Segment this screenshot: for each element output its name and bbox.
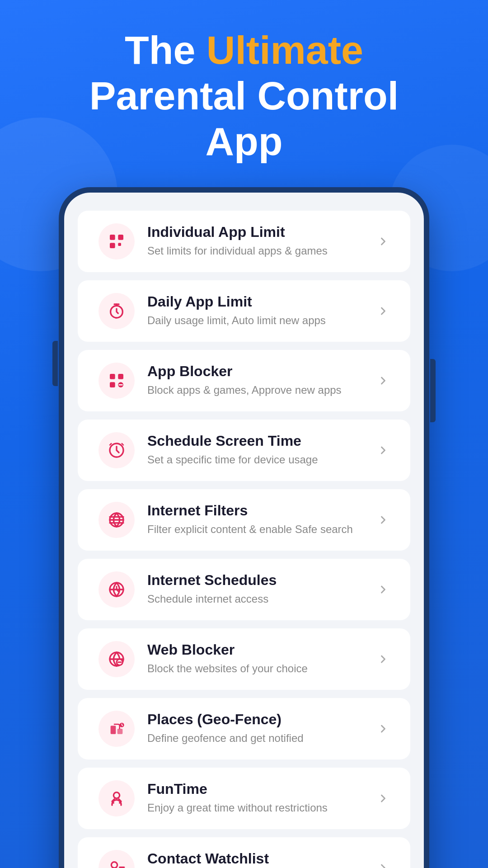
list-item[interactable]: App Blocker Block apps & games, Approve …: [78, 350, 410, 411]
chevron-right-icon: [377, 235, 389, 248]
svg-rect-2: [110, 243, 115, 248]
menu-list: Individual App Limit Set limits for indi…: [64, 211, 424, 868]
svg-rect-16: [111, 726, 116, 734]
contact-watchlist-icon: [108, 859, 126, 868]
menu-item-title: Internet Filters: [147, 502, 372, 519]
chevron-right-icon: [377, 374, 389, 387]
list-item[interactable]: Internet Filters Filter explicit content…: [78, 489, 410, 551]
header: The Ultimate Parental Control App: [53, 0, 435, 187]
menu-item-desc: Block apps & games, Approve new apps: [147, 382, 372, 398]
phone-mockup: Individual App Limit Set limits for indi…: [59, 187, 429, 868]
icon-wrapper: [99, 850, 135, 868]
menu-text: Daily App Limit Daily usage limit, Auto …: [147, 293, 372, 328]
menu-item-title: Daily App Limit: [147, 293, 372, 310]
menu-item-desc: Block the websites of your choice: [147, 661, 372, 676]
background: The Ultimate Parental Control App: [0, 0, 488, 868]
chevron-right-icon: [377, 722, 389, 735]
icon-wrapper: [99, 223, 135, 259]
header-line2: Parental Control: [89, 73, 399, 118]
menu-item-title: App Blocker: [147, 363, 372, 380]
schedule-clock-icon: [108, 441, 126, 459]
icon-wrapper: [99, 502, 135, 538]
menu-item-desc: Daily usage limit, Auto limit new apps: [147, 313, 372, 328]
menu-text: Places (Geo-Fence) Define geofence and g…: [147, 711, 372, 746]
phone-inner: Individual App Limit Set limits for indi…: [64, 193, 424, 868]
chevron-right-icon: [377, 583, 389, 596]
menu-item-title: Individual App Limit: [147, 224, 372, 241]
svg-point-19: [113, 792, 119, 798]
svg-rect-0: [110, 235, 115, 240]
svg-rect-3: [118, 243, 121, 246]
geofence-icon: [108, 720, 126, 738]
header-line1: The: [125, 28, 206, 72]
menu-text: Internet Filters Filter explicit content…: [147, 502, 372, 537]
menu-item-desc: Enjoy a great time without restrictions: [147, 800, 372, 816]
menu-item-title: Schedule Screen Time: [147, 433, 372, 449]
menu-item-title: FunTime: [147, 781, 372, 797]
list-item[interactable]: Places (Geo-Fence) Define geofence and g…: [78, 698, 410, 760]
internet-schedule-icon: [108, 580, 126, 599]
icon-wrapper: [99, 363, 135, 399]
menu-item-title: Contact Watchlist: [147, 850, 372, 867]
chevron-right-icon: [377, 305, 389, 317]
chevron-right-icon: [377, 514, 389, 526]
menu-item-title: Web Blocker: [147, 642, 372, 658]
icon-wrapper: [99, 293, 135, 329]
icon-wrapper: [99, 780, 135, 816]
icon-wrapper: [99, 432, 135, 468]
menu-item-desc: Set a specific time for device usage: [147, 452, 372, 467]
list-item[interactable]: FunTime Enjoy a great time without restr…: [78, 768, 410, 829]
chevron-right-icon: [377, 653, 389, 665]
globe-filter-icon: [108, 511, 126, 529]
svg-point-20: [111, 862, 117, 868]
svg-rect-6: [118, 374, 123, 379]
menu-text: App Blocker Block apps & games, Approve …: [147, 363, 372, 398]
menu-item-desc: Set limits for individual apps & games: [147, 243, 372, 259]
icon-wrapper: [99, 641, 135, 677]
chevron-right-icon: [377, 444, 389, 457]
chevron-right-icon: [377, 862, 389, 868]
svg-rect-7: [110, 382, 115, 387]
menu-text: Schedule Screen Time Set a specific time…: [147, 433, 372, 467]
menu-item-desc: Schedule internet access: [147, 591, 372, 607]
menu-text: Individual App Limit Set limits for indi…: [147, 224, 372, 259]
timer-icon: [108, 302, 126, 320]
apps-icon: [108, 232, 126, 250]
svg-rect-5: [110, 374, 115, 379]
svg-rect-1: [118, 235, 123, 240]
list-item[interactable]: Internet Schedules Schedule internet acc…: [78, 559, 410, 620]
menu-item-desc: Filter explicit content & enable Safe se…: [147, 522, 372, 537]
menu-item-title: Internet Schedules: [147, 572, 372, 589]
list-item[interactable]: Contact Watchlist Be alerted about suspi…: [78, 837, 410, 868]
menu-item-desc: Define geofence and get notified: [147, 731, 372, 746]
menu-text: Internet Schedules Schedule internet acc…: [147, 572, 372, 607]
list-item[interactable]: Individual App Limit Set limits for indi…: [78, 211, 410, 272]
icon-wrapper: [99, 571, 135, 608]
list-item[interactable]: Daily App Limit Daily usage limit, Auto …: [78, 280, 410, 342]
menu-text: Contact Watchlist Be alerted about suspi…: [147, 850, 372, 868]
svg-rect-17: [117, 729, 123, 734]
web-blocker-icon: [108, 650, 126, 668]
funtime-icon: [108, 789, 126, 807]
block-apps-icon: [108, 372, 126, 390]
chevron-right-icon: [377, 792, 389, 805]
menu-item-title: Places (Geo-Fence): [147, 711, 372, 728]
header-title: The Ultimate Parental Control App: [89, 27, 399, 165]
header-line3: App: [205, 119, 282, 164]
icon-wrapper: [99, 711, 135, 747]
menu-text: FunTime Enjoy a great time without restr…: [147, 781, 372, 816]
list-item[interactable]: Schedule Screen Time Set a specific time…: [78, 420, 410, 481]
menu-text: Web Blocker Block the websites of your c…: [147, 642, 372, 676]
header-highlight: Ultimate: [206, 28, 363, 72]
list-item[interactable]: Web Blocker Block the websites of your c…: [78, 628, 410, 690]
